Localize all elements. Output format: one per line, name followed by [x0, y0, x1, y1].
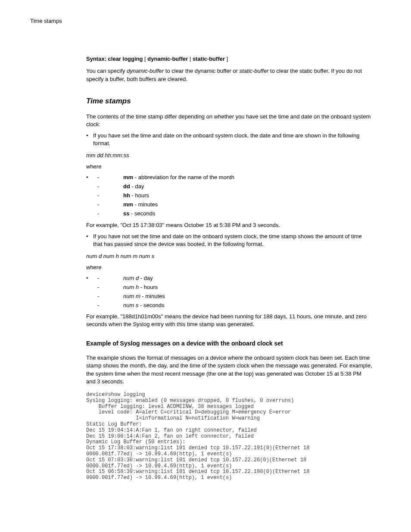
timestamps-intro: The contents of the time stamp differ de…	[86, 113, 372, 128]
format-string: mm dd hh:mm:ss	[86, 152, 372, 159]
desc: - day	[130, 183, 144, 190]
example-text: For example, "188d1h01m00s" means the de…	[86, 313, 372, 328]
bullet-marker: •	[86, 274, 93, 282]
def-item: - num h - hours	[86, 283, 372, 291]
dash: -	[93, 183, 123, 190]
definition-list-2: • - num d - day - num h - hours - num m …	[86, 274, 372, 310]
dash: -	[93, 292, 123, 300]
term: mm	[123, 174, 133, 180]
term: num m	[123, 293, 140, 299]
text: to clear the dynamic buffer or	[164, 68, 239, 74]
term: dynamic-buffer	[127, 68, 164, 74]
desc: - day	[139, 275, 153, 281]
bullet-item: • If you have not set the time and date …	[86, 233, 372, 248]
def-item: - mm - minutes	[86, 201, 372, 208]
section-heading-timestamps: Time stamps	[86, 96, 372, 106]
def-text: dd - day	[123, 183, 372, 190]
def-item: - ss - seconds	[86, 210, 372, 218]
def-item: - dd - day	[86, 183, 372, 190]
bullet-marker: •	[86, 174, 93, 181]
term: ss	[123, 210, 129, 217]
text: You can specify	[86, 68, 127, 74]
term: static-buffer	[240, 68, 269, 74]
def-text: hh - hours	[123, 192, 372, 199]
desc: - minutes	[140, 293, 165, 299]
example-text: For example, "Oct 15 17:38:03" means Oct…	[86, 221, 372, 229]
subsection-heading-example: Example of Syslog messages on a device w…	[86, 339, 372, 348]
def-item: • - mm - abbreviation for the name of th…	[86, 174, 372, 181]
term: hh	[123, 192, 130, 199]
syntax-line: Syntax: clear logging [ dynamic-buffer |…	[86, 55, 372, 63]
desc: - minutes	[133, 201, 158, 208]
def-text: ss - seconds	[123, 210, 372, 218]
term: dd	[123, 183, 130, 190]
bullet-marker: •	[86, 132, 93, 147]
dash: -	[93, 210, 123, 218]
page-header-label: Time stamps	[30, 17, 381, 25]
def-text: num h - hours	[123, 283, 372, 291]
main-content: Syntax: clear logging [ dynamic-buffer |…	[86, 55, 372, 481]
desc: - seconds	[138, 302, 164, 308]
syntax-prefix: Syntax: clear logging	[86, 56, 143, 62]
def-text: mm - abbreviation for the name of the mo…	[123, 174, 372, 181]
bullet-text: If you have not set the time and date on…	[93, 233, 372, 248]
desc: - abbreviation for the name of the month	[133, 174, 234, 180]
definition-list-1: • - mm - abbreviation for the name of th…	[86, 174, 372, 218]
def-text: num s - seconds	[123, 302, 372, 309]
bullet-text: If you have set the time and date on the…	[93, 132, 372, 147]
desc: - seconds	[129, 210, 155, 217]
where-label: where	[86, 264, 372, 271]
dash: -	[93, 283, 123, 291]
desc: - hours	[139, 284, 158, 290]
format-string: num d num h num m num s	[86, 252, 372, 260]
def-text: num d - day	[123, 274, 372, 282]
def-item: • - num d - day	[86, 274, 372, 282]
pipe: |	[190, 56, 193, 62]
bullet-item: • If you have set the time and date on t…	[86, 132, 372, 147]
bullet-marker: •	[86, 233, 93, 248]
dash: -	[93, 274, 123, 282]
where-label: where	[86, 163, 372, 171]
bracket: ]	[227, 56, 228, 62]
code-block-syslog: device#show logging Syslog logging: enab…	[86, 392, 372, 481]
term: num h	[123, 284, 139, 290]
dash: -	[93, 302, 123, 309]
desc: - hours	[130, 192, 149, 199]
term: num d	[123, 275, 139, 281]
syntax-opt1: dynamic-buffer	[147, 56, 188, 62]
term: mm	[123, 201, 133, 208]
def-item: - num s - seconds	[86, 302, 372, 309]
dash: -	[93, 201, 123, 208]
def-text: mm - minutes	[123, 201, 372, 208]
syntax-opt2: static-buffer	[193, 56, 225, 62]
intro-paragraph: You can specify dynamic-buffer to clear …	[86, 67, 372, 83]
def-item: - hh - hours	[86, 192, 372, 199]
example-intro: The example shows the format of messages…	[86, 354, 372, 386]
dash: -	[93, 174, 123, 181]
dash: -	[93, 192, 123, 199]
def-item: - num m - minutes	[86, 292, 372, 300]
def-text: num m - minutes	[123, 292, 372, 300]
term: num s	[123, 302, 138, 308]
